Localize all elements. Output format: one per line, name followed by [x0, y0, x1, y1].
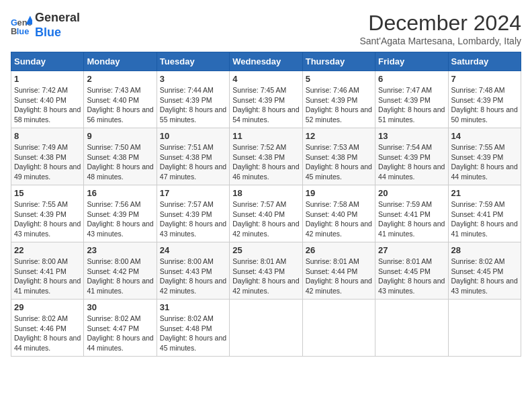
day-number: 30 [87, 302, 153, 312]
day-info: Sunrise: 7:45 AM Sunset: 4:39 PM Dayligh… [232, 85, 299, 125]
weekday-header: Sunday [11, 52, 84, 71]
day-number: 12 [306, 131, 372, 141]
weekday-header: Tuesday [157, 52, 229, 71]
day-number: 13 [378, 131, 445, 141]
weekday-header: Saturday [448, 52, 521, 71]
calendar-week-row: 15 Sunrise: 7:55 AM Sunset: 4:39 PM Dayl… [11, 185, 521, 242]
weekday-header: Friday [375, 52, 448, 71]
day-info: Sunrise: 7:51 AM Sunset: 4:38 PM Dayligh… [160, 142, 226, 182]
calendar-cell: 3 Sunrise: 7:44 AM Sunset: 4:39 PM Dayli… [157, 71, 229, 128]
day-number: 11 [232, 131, 299, 141]
calendar-cell: 18 Sunrise: 7:57 AM Sunset: 4:40 PM Dayl… [230, 185, 302, 242]
day-info: Sunrise: 8:02 AM Sunset: 4:46 PM Dayligh… [14, 314, 81, 353]
day-number: 9 [87, 131, 153, 141]
calendar-cell: 20 Sunrise: 7:59 AM Sunset: 4:41 PM Dayl… [375, 185, 448, 242]
calendar-cell: 21 Sunrise: 7:59 AM Sunset: 4:41 PM Dayl… [448, 185, 521, 242]
location: Sant'Agata Martesana, Lombardy, Italy [359, 36, 521, 46]
day-number: 2 [87, 74, 153, 84]
calendar-week-row: 29 Sunrise: 8:02 AM Sunset: 4:46 PM Dayl… [11, 300, 521, 357]
logo-icon: G eneral B lue [11, 15, 32, 36]
day-number: 28 [451, 245, 518, 255]
calendar-cell [375, 300, 448, 357]
calendar-cell: 31 Sunrise: 8:02 AM Sunset: 4:48 PM Dayl… [157, 300, 229, 357]
day-info: Sunrise: 8:02 AM Sunset: 4:45 PM Dayligh… [451, 257, 518, 296]
day-number: 22 [14, 245, 81, 255]
calendar-cell: 26 Sunrise: 8:01 AM Sunset: 4:44 PM Dayl… [302, 242, 375, 300]
day-info: Sunrise: 7:56 AM Sunset: 4:39 PM Dayligh… [87, 199, 153, 239]
day-info: Sunrise: 8:02 AM Sunset: 4:48 PM Dayligh… [160, 314, 226, 353]
day-number: 7 [451, 74, 518, 84]
day-number: 19 [306, 188, 372, 198]
logo: G eneral B lue General Blue [11, 11, 80, 40]
day-info: Sunrise: 7:42 AM Sunset: 4:40 PM Dayligh… [14, 85, 81, 125]
day-number: 27 [378, 245, 445, 255]
calendar-cell: 27 Sunrise: 8:01 AM Sunset: 4:45 PM Dayl… [375, 242, 448, 300]
calendar-header-row: SundayMondayTuesdayWednesdayThursdayFrid… [11, 52, 521, 71]
day-number: 3 [160, 74, 226, 84]
day-number: 1 [14, 74, 81, 84]
day-number: 15 [14, 188, 81, 198]
calendar-cell: 4 Sunrise: 7:45 AM Sunset: 4:39 PM Dayli… [230, 71, 302, 128]
day-info: Sunrise: 7:59 AM Sunset: 4:41 PM Dayligh… [378, 199, 445, 239]
day-number: 8 [14, 131, 81, 141]
day-number: 6 [378, 74, 445, 84]
day-number: 29 [14, 302, 81, 312]
day-number: 24 [160, 245, 226, 255]
day-number: 14 [451, 131, 518, 141]
calendar-cell: 7 Sunrise: 7:48 AM Sunset: 4:39 PM Dayli… [448, 71, 521, 128]
day-info: Sunrise: 8:00 AM Sunset: 4:42 PM Dayligh… [87, 257, 153, 296]
day-number: 31 [160, 302, 226, 312]
day-info: Sunrise: 8:01 AM Sunset: 4:45 PM Dayligh… [378, 257, 445, 296]
svg-text:lue: lue [17, 26, 30, 36]
day-info: Sunrise: 7:48 AM Sunset: 4:39 PM Dayligh… [451, 85, 518, 125]
logo-general: General [35, 11, 80, 24]
svg-text:B: B [11, 26, 17, 36]
day-number: 23 [87, 245, 153, 255]
day-info: Sunrise: 7:55 AM Sunset: 4:39 PM Dayligh… [451, 142, 518, 182]
calendar-cell: 17 Sunrise: 7:57 AM Sunset: 4:39 PM Dayl… [157, 185, 229, 242]
day-info: Sunrise: 7:59 AM Sunset: 4:41 PM Dayligh… [451, 199, 518, 239]
weekday-header: Wednesday [230, 52, 302, 71]
day-number: 21 [451, 188, 518, 198]
day-info: Sunrise: 7:53 AM Sunset: 4:38 PM Dayligh… [306, 142, 372, 182]
calendar-cell: 8 Sunrise: 7:49 AM Sunset: 4:38 PM Dayli… [11, 128, 84, 185]
day-info: Sunrise: 7:49 AM Sunset: 4:38 PM Dayligh… [14, 142, 81, 182]
calendar-cell: 16 Sunrise: 7:56 AM Sunset: 4:39 PM Dayl… [84, 185, 157, 242]
day-number: 18 [232, 188, 299, 198]
calendar-cell: 11 Sunrise: 7:52 AM Sunset: 4:38 PM Dayl… [230, 128, 302, 185]
day-info: Sunrise: 7:52 AM Sunset: 4:38 PM Dayligh… [232, 142, 299, 182]
calendar-cell: 2 Sunrise: 7:43 AM Sunset: 4:40 PM Dayli… [84, 71, 157, 128]
day-info: Sunrise: 7:50 AM Sunset: 4:38 PM Dayligh… [87, 142, 153, 182]
title-block: December 2024 Sant'Agata Martesana, Lomb… [359, 11, 521, 46]
day-info: Sunrise: 8:00 AM Sunset: 4:43 PM Dayligh… [160, 257, 226, 296]
calendar-cell: 14 Sunrise: 7:55 AM Sunset: 4:39 PM Dayl… [448, 128, 521, 185]
day-info: Sunrise: 7:58 AM Sunset: 4:40 PM Dayligh… [306, 199, 372, 239]
day-number: 26 [306, 245, 372, 255]
day-info: Sunrise: 8:01 AM Sunset: 4:43 PM Dayligh… [232, 257, 299, 296]
day-number: 16 [87, 188, 153, 198]
day-info: Sunrise: 7:57 AM Sunset: 4:40 PM Dayligh… [232, 199, 299, 239]
day-info: Sunrise: 7:44 AM Sunset: 4:39 PM Dayligh… [160, 85, 226, 125]
day-info: Sunrise: 7:55 AM Sunset: 4:39 PM Dayligh… [14, 199, 81, 239]
day-info: Sunrise: 7:54 AM Sunset: 4:39 PM Dayligh… [378, 142, 445, 182]
page-header: G eneral B lue General Blue December 202… [11, 11, 521, 46]
day-number: 25 [232, 245, 299, 255]
calendar-cell: 15 Sunrise: 7:55 AM Sunset: 4:39 PM Dayl… [11, 185, 84, 242]
calendar-cell: 12 Sunrise: 7:53 AM Sunset: 4:38 PM Dayl… [302, 128, 375, 185]
day-info: Sunrise: 7:47 AM Sunset: 4:39 PM Dayligh… [378, 85, 445, 125]
day-number: 20 [378, 188, 445, 198]
calendar-cell: 19 Sunrise: 7:58 AM Sunset: 4:40 PM Dayl… [302, 185, 375, 242]
day-number: 17 [160, 188, 226, 198]
calendar-cell: 10 Sunrise: 7:51 AM Sunset: 4:38 PM Dayl… [157, 128, 229, 185]
calendar-cell: 23 Sunrise: 8:00 AM Sunset: 4:42 PM Dayl… [84, 242, 157, 300]
day-info: Sunrise: 8:02 AM Sunset: 4:47 PM Dayligh… [87, 314, 153, 353]
calendar-cell: 5 Sunrise: 7:46 AM Sunset: 4:39 PM Dayli… [302, 71, 375, 128]
calendar-cell [230, 300, 302, 357]
calendar-cell: 25 Sunrise: 8:01 AM Sunset: 4:43 PM Dayl… [230, 242, 302, 300]
calendar-cell: 22 Sunrise: 8:00 AM Sunset: 4:41 PM Dayl… [11, 242, 84, 300]
logo-blue: Blue [35, 26, 61, 39]
day-info: Sunrise: 7:43 AM Sunset: 4:40 PM Dayligh… [87, 85, 153, 125]
day-info: Sunrise: 7:57 AM Sunset: 4:39 PM Dayligh… [160, 199, 226, 239]
weekday-header: Monday [84, 52, 157, 71]
calendar: SundayMondayTuesdayWednesdayThursdayFrid… [11, 52, 521, 357]
